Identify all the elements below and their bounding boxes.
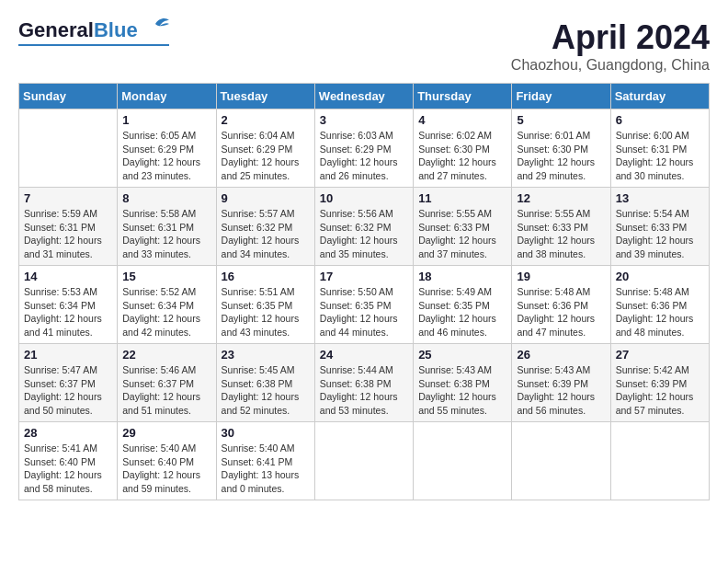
day-info: Sunrise: 6:05 AM Sunset: 6:29 PM Dayligh…	[122, 129, 210, 183]
day-number: 19	[517, 270, 605, 283]
calendar-cell	[414, 422, 512, 500]
day-number: 16	[222, 270, 310, 283]
day-number: 1	[122, 113, 210, 127]
calendar-cell: 10Sunrise: 5:56 AM Sunset: 6:32 PM Dayli…	[314, 188, 413, 266]
calendar-cell: 15Sunrise: 5:52 AM Sunset: 6:34 PM Dayli…	[118, 266, 216, 344]
calendar-cell: 2Sunrise: 6:04 AM Sunset: 6:29 PM Daylig…	[216, 109, 314, 188]
calendar-cell: 4Sunrise: 6:02 AM Sunset: 6:30 PM Daylig…	[414, 109, 512, 188]
day-header-saturday: Saturday	[610, 84, 709, 109]
day-header-thursday: Thursday	[414, 84, 512, 109]
calendar-cell: 3Sunrise: 6:03 AM Sunset: 6:29 PM Daylig…	[314, 109, 413, 188]
calendar-cell: 19Sunrise: 5:48 AM Sunset: 6:36 PM Dayli…	[512, 266, 610, 344]
day-number: 29	[122, 426, 210, 440]
day-number: 5	[517, 113, 605, 127]
day-info: Sunrise: 5:43 AM Sunset: 6:38 PM Dayligh…	[418, 363, 506, 418]
day-info: Sunrise: 5:52 AM Sunset: 6:34 PM Dayligh…	[122, 285, 210, 339]
week-row-5: 28Sunrise: 5:41 AM Sunset: 6:40 PM Dayli…	[19, 422, 710, 500]
day-info: Sunrise: 5:45 AM Sunset: 6:38 PM Dayligh…	[222, 363, 310, 418]
day-number: 4	[418, 113, 506, 127]
day-info: Sunrise: 5:50 AM Sunset: 6:35 PM Dayligh…	[320, 285, 408, 339]
day-number: 13	[616, 191, 704, 205]
calendar-cell: 24Sunrise: 5:44 AM Sunset: 6:38 PM Dayli…	[314, 344, 413, 422]
day-number: 12	[517, 191, 605, 205]
day-info: Sunrise: 5:59 AM Sunset: 6:31 PM Dayligh…	[24, 207, 112, 261]
calendar-cell: 26Sunrise: 5:43 AM Sunset: 6:39 PM Dayli…	[512, 344, 610, 422]
day-info: Sunrise: 5:47 AM Sunset: 6:37 PM Dayligh…	[24, 363, 112, 418]
calendar-cell: 29Sunrise: 5:40 AM Sunset: 6:40 PM Dayli…	[118, 422, 216, 500]
calendar-cell: 30Sunrise: 5:40 AM Sunset: 6:41 PM Dayli…	[216, 422, 314, 500]
calendar-cell: 12Sunrise: 5:55 AM Sunset: 6:33 PM Dayli…	[512, 188, 610, 266]
day-info: Sunrise: 5:49 AM Sunset: 6:35 PM Dayligh…	[418, 285, 506, 339]
day-number: 20	[616, 270, 704, 283]
day-info: Sunrise: 5:48 AM Sunset: 6:36 PM Dayligh…	[517, 285, 605, 339]
calendar-cell: 11Sunrise: 5:55 AM Sunset: 6:33 PM Dayli…	[414, 188, 512, 266]
day-info: Sunrise: 5:48 AM Sunset: 6:36 PM Dayligh…	[616, 285, 704, 339]
calendar-cell	[610, 422, 709, 500]
day-info: Sunrise: 5:57 AM Sunset: 6:32 PM Dayligh…	[222, 207, 310, 261]
calendar-cell: 20Sunrise: 5:48 AM Sunset: 6:36 PM Dayli…	[610, 266, 709, 344]
calendar-table: SundayMondayTuesdayWednesdayThursdayFrid…	[18, 83, 710, 500]
calendar-cell: 23Sunrise: 5:45 AM Sunset: 6:38 PM Dayli…	[216, 344, 314, 422]
calendar-cell: 28Sunrise: 5:41 AM Sunset: 6:40 PM Dayli…	[19, 422, 118, 500]
calendar-cell	[512, 422, 610, 500]
day-number: 27	[616, 348, 704, 362]
day-number: 24	[320, 348, 408, 362]
title-block: April 2024 Chaozhou, Guangdong, China	[511, 18, 710, 74]
day-header-monday: Monday	[118, 84, 216, 109]
day-number: 23	[222, 348, 310, 362]
day-number: 11	[418, 191, 506, 205]
day-info: Sunrise: 5:41 AM Sunset: 6:40 PM Dayligh…	[24, 442, 112, 496]
calendar-cell: 13Sunrise: 5:54 AM Sunset: 6:33 PM Dayli…	[610, 188, 709, 266]
day-number: 18	[418, 270, 506, 283]
page-header: GeneralBlue April 2024 Chaozhou, Guangdo…	[18, 18, 710, 74]
day-number: 3	[320, 113, 408, 127]
day-info: Sunrise: 5:42 AM Sunset: 6:39 PM Dayligh…	[616, 363, 704, 418]
day-number: 17	[320, 270, 408, 283]
day-number: 9	[222, 191, 310, 205]
day-info: Sunrise: 5:55 AM Sunset: 6:33 PM Dayligh…	[418, 207, 506, 261]
day-info: Sunrise: 5:53 AM Sunset: 6:34 PM Dayligh…	[24, 285, 112, 339]
calendar-cell: 27Sunrise: 5:42 AM Sunset: 6:39 PM Dayli…	[610, 344, 709, 422]
calendar-header-row: SundayMondayTuesdayWednesdayThursdayFrid…	[19, 84, 710, 109]
calendar-cell: 6Sunrise: 6:00 AM Sunset: 6:31 PM Daylig…	[610, 109, 709, 188]
day-info: Sunrise: 5:58 AM Sunset: 6:31 PM Dayligh…	[122, 207, 210, 261]
day-number: 26	[517, 348, 605, 362]
calendar-title: April 2024	[511, 18, 710, 57]
day-info: Sunrise: 6:00 AM Sunset: 6:31 PM Dayligh…	[616, 129, 704, 183]
day-info: Sunrise: 6:02 AM Sunset: 6:30 PM Dayligh…	[418, 129, 506, 183]
day-info: Sunrise: 6:04 AM Sunset: 6:29 PM Dayligh…	[222, 129, 310, 183]
day-info: Sunrise: 5:40 AM Sunset: 6:41 PM Dayligh…	[222, 442, 310, 496]
day-number: 10	[320, 191, 408, 205]
logo-bird-icon	[142, 17, 169, 37]
calendar-cell: 5Sunrise: 6:01 AM Sunset: 6:30 PM Daylig…	[512, 109, 610, 188]
day-info: Sunrise: 5:40 AM Sunset: 6:40 PM Dayligh…	[122, 442, 210, 496]
day-number: 8	[122, 191, 210, 205]
calendar-cell: 8Sunrise: 5:58 AM Sunset: 6:31 PM Daylig…	[118, 188, 216, 266]
week-row-3: 14Sunrise: 5:53 AM Sunset: 6:34 PM Dayli…	[19, 266, 710, 344]
day-info: Sunrise: 5:56 AM Sunset: 6:32 PM Dayligh…	[320, 207, 408, 261]
calendar-cell: 22Sunrise: 5:46 AM Sunset: 6:37 PM Dayli…	[118, 344, 216, 422]
week-row-1: 1Sunrise: 6:05 AM Sunset: 6:29 PM Daylig…	[19, 109, 710, 188]
day-number: 6	[616, 113, 704, 127]
day-info: Sunrise: 5:43 AM Sunset: 6:39 PM Dayligh…	[517, 363, 605, 418]
day-number: 15	[122, 270, 210, 283]
calendar-cell: 16Sunrise: 5:51 AM Sunset: 6:35 PM Dayli…	[216, 266, 314, 344]
calendar-cell: 21Sunrise: 5:47 AM Sunset: 6:37 PM Dayli…	[19, 344, 118, 422]
calendar-cell	[314, 422, 413, 500]
day-number: 14	[24, 270, 112, 283]
week-row-2: 7Sunrise: 5:59 AM Sunset: 6:31 PM Daylig…	[19, 188, 710, 266]
day-header-friday: Friday	[512, 84, 610, 109]
day-info: Sunrise: 5:54 AM Sunset: 6:33 PM Dayligh…	[616, 207, 704, 261]
day-number: 28	[24, 426, 112, 440]
day-number: 30	[222, 426, 310, 440]
day-info: Sunrise: 6:03 AM Sunset: 6:29 PM Dayligh…	[320, 129, 408, 183]
day-header-tuesday: Tuesday	[216, 84, 314, 109]
logo-text: GeneralBlue	[18, 18, 138, 42]
day-info: Sunrise: 5:55 AM Sunset: 6:33 PM Dayligh…	[517, 207, 605, 261]
day-info: Sunrise: 6:01 AM Sunset: 6:30 PM Dayligh…	[517, 129, 605, 183]
day-info: Sunrise: 5:46 AM Sunset: 6:37 PM Dayligh…	[122, 363, 210, 418]
calendar-cell: 9Sunrise: 5:57 AM Sunset: 6:32 PM Daylig…	[216, 188, 314, 266]
calendar-cell: 7Sunrise: 5:59 AM Sunset: 6:31 PM Daylig…	[19, 188, 118, 266]
day-number: 7	[24, 191, 112, 205]
calendar-cell: 25Sunrise: 5:43 AM Sunset: 6:38 PM Dayli…	[414, 344, 512, 422]
